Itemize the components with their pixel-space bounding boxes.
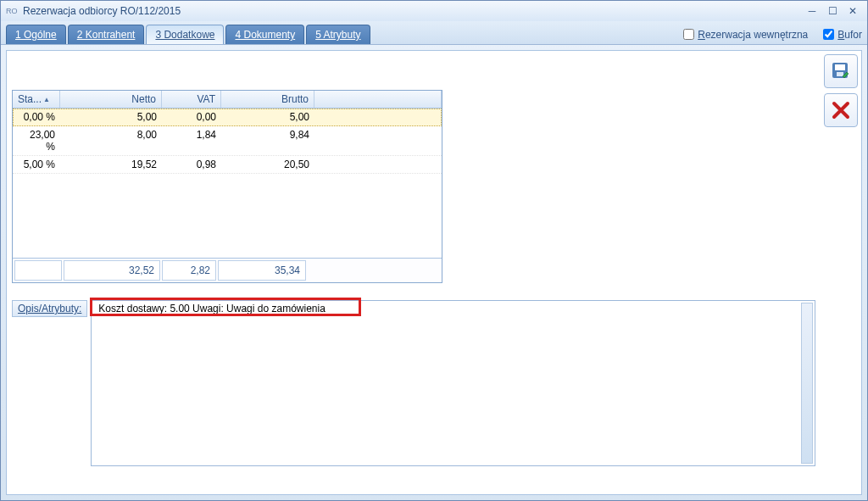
opis-text: Koszt dostawy: 5.00 Uwagi: Uwagi do zamó… <box>95 303 328 315</box>
save-icon <box>830 60 852 82</box>
cell-sta: 23,00 % <box>13 126 60 155</box>
col-header-brutto[interactable]: Brutto <box>221 91 314 108</box>
cell-brutto: 9,84 <box>221 126 314 155</box>
cell-sta: 5,00 % <box>13 156 60 173</box>
checkbox-rezerwacja-prefix: R <box>698 29 705 41</box>
col-header-vat[interactable]: VAT <box>162 91 221 108</box>
checkbox-rezerwacja-wewnetrzna-input[interactable] <box>683 29 694 40</box>
sort-asc-icon: ▲ <box>43 96 50 103</box>
grid-header: Sta... ▲ Netto VAT Brutto <box>13 91 442 109</box>
maximize-button[interactable]: ☐ <box>823 3 842 19</box>
scrollbar[interactable] <box>801 303 813 464</box>
cell-netto: 19,52 <box>60 156 162 173</box>
minimize-button[interactable]: ─ <box>803 3 821 19</box>
checkbox-rezerwacja-rest: ezerwacja wewnętrzna <box>705 29 808 41</box>
grid-body[interactable]: 0,00 % 5,00 0,00 5,00 23,00 % 8,00 1,84 … <box>13 109 442 258</box>
footer-sta <box>14 260 62 281</box>
side-buttons <box>821 51 861 131</box>
save-button[interactable] <box>824 54 858 88</box>
col-header-netto[interactable]: Netto <box>60 91 162 108</box>
col-header-sta[interactable]: Sta... ▲ <box>13 91 60 108</box>
titlebar: RO Rezerwacja odbiorcy RO/112/2015 ─ ☐ ✕ <box>1 1 867 21</box>
cancel-button[interactable] <box>824 93 858 127</box>
tab-dokumenty[interactable]: 4 Dokumenty <box>225 25 304 44</box>
svg-rect-1 <box>835 64 845 70</box>
table-row[interactable]: 23,00 % 8,00 1,84 9,84 <box>13 126 442 156</box>
table-row[interactable]: 0,00 % 5,00 0,00 5,00 <box>13 109 442 126</box>
svg-rect-2 <box>837 72 843 76</box>
window-title: Rezerwacja odbiorcy RO/112/2015 <box>23 5 801 17</box>
opis-textarea[interactable]: Koszt dostawy: 5.00 Uwagi: Uwagi do zamó… <box>91 300 815 466</box>
footer-netto: 32,52 <box>64 260 160 281</box>
grid-footer: 32,52 2,82 35,34 <box>13 258 442 282</box>
checkbox-bufor-rest: ufor <box>844 29 862 41</box>
app-window: RO Rezerwacja odbiorcy RO/112/2015 ─ ☐ ✕… <box>0 0 868 501</box>
vat-grid: Sta... ▲ Netto VAT Brutto 0,00 % 5,00 0,… <box>12 90 442 283</box>
checkbox-bufor-prefix: B <box>837 29 844 41</box>
close-icon <box>831 100 851 120</box>
col-header-sta-label: Sta... <box>18 93 42 105</box>
app-icon: RO <box>6 5 18 17</box>
table-row[interactable]: 5,00 % 19,52 0,98 20,50 <box>13 156 442 174</box>
cell-sta: 0,00 % <box>13 109 60 125</box>
checkbox-bufor[interactable]: Bufor <box>820 26 862 42</box>
tab-dodatkowe[interactable]: 3 Dodatkowe <box>146 25 224 44</box>
close-button[interactable]: ✕ <box>843 3 862 19</box>
content-inner: Sta... ▲ Netto VAT Brutto 0,00 % 5,00 0,… <box>7 51 821 494</box>
cell-netto: 5,00 <box>60 109 162 125</box>
cell-brutto: 5,00 <box>221 109 314 125</box>
col-header-filler <box>314 91 442 108</box>
footer-brutto: 35,34 <box>218 260 306 281</box>
cell-vat: 0,00 <box>162 109 221 125</box>
tab-kontrahent[interactable]: 2 Kontrahent <box>68 25 145 44</box>
footer-vat: 2,82 <box>162 260 216 281</box>
opis-label[interactable]: Opis/Atrybuty: <box>12 300 87 317</box>
tab-atrybuty[interactable]: 5 Atrybuty <box>306 25 370 44</box>
cell-netto: 8,00 <box>60 126 162 155</box>
cell-vat: 1,84 <box>162 126 221 155</box>
cell-vat: 0,98 <box>162 156 221 173</box>
cell-brutto: 20,50 <box>221 156 314 173</box>
checkbox-rezerwacja-wewnetrzna[interactable]: Rezerwacja wewnętrzna <box>680 26 808 42</box>
tab-bar: 1 Ogólne 2 Kontrahent 3 Dodatkowe 4 Doku… <box>1 21 867 45</box>
opis-row: Opis/Atrybuty: Koszt dostawy: 5.00 Uwagi… <box>12 300 815 466</box>
client-area: Sta... ▲ Netto VAT Brutto 0,00 % 5,00 0,… <box>6 50 862 495</box>
checkbox-bufor-input[interactable] <box>823 29 834 40</box>
tab-ogolne[interactable]: 1 Ogólne <box>6 25 66 44</box>
